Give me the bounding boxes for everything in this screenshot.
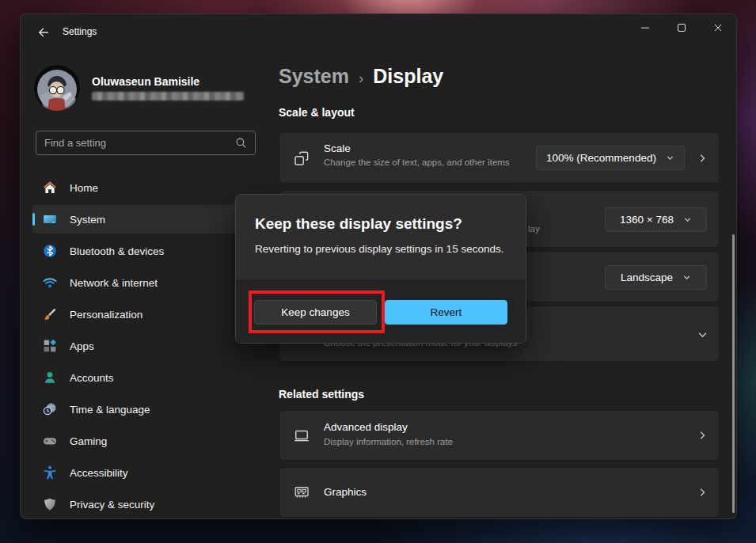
back-button[interactable]: [32, 21, 55, 44]
scale-dropdown-value: 100% (Recommended): [546, 152, 656, 164]
home-icon: [43, 180, 57, 195]
dialog-body: Reverting to previous display settings i…: [255, 243, 507, 255]
advanced-display-card[interactable]: Advanced display Display information, re…: [279, 410, 720, 461]
maximize-button[interactable]: [663, 14, 700, 41]
sidebar-item-accounts[interactable]: Accounts: [32, 363, 267, 392]
personalization-icon: [43, 307, 57, 321]
monitor-icon: [294, 427, 310, 443]
revert-button[interactable]: Revert: [385, 300, 507, 325]
resolution-description-fragment: lay: [528, 224, 540, 234]
scale-dropdown[interactable]: 100% (Recommended): [536, 146, 685, 170]
vertical-scrollbar[interactable]: [732, 234, 735, 513]
close-button[interactable]: [700, 14, 736, 41]
orientation-dropdown-value: Landscape: [621, 272, 673, 283]
settings-window: Settings Oluwaseun Bamisile: [20, 13, 737, 519]
window-title: Settings: [63, 26, 97, 37]
system-icon: [43, 212, 57, 226]
sidebar-item-gaming[interactable]: Gaming: [32, 427, 267, 455]
annotation-highlight-box: [249, 290, 385, 333]
titlebar: Settings: [21, 14, 736, 51]
chevron-down-icon: [666, 154, 674, 162]
search-box[interactable]: [36, 131, 256, 155]
breadcrumb-parent[interactable]: System: [279, 65, 349, 88]
time-language-icon: [43, 402, 57, 416]
sidebar-item-home[interactable]: Home: [32, 173, 267, 202]
sidebar-item-label: Network & internet: [70, 277, 158, 289]
advanced-display-description: Display information, refresh rate: [324, 436, 453, 447]
resolution-dropdown-value: 1360 × 768: [620, 214, 674, 226]
sidebar-item-apps[interactable]: Apps: [32, 332, 267, 360]
minimize-button[interactable]: [627, 14, 663, 41]
sidebar-item-label: Accounts: [70, 372, 114, 384]
privacy-security-icon: [43, 497, 57, 511]
network-icon: [43, 275, 57, 290]
breadcrumb-separator-icon: ›: [359, 70, 363, 87]
sidebar-item-personalization[interactable]: Personalization: [32, 300, 267, 328]
keep-display-settings-dialog: Keep these display settings? Reverting t…: [235, 194, 526, 344]
chevron-down-icon: [683, 215, 692, 224]
scale-description: Change the size of text, apps, and other…: [324, 157, 510, 168]
section-related-settings: Related settings: [279, 388, 364, 401]
sidebar-item-label: Home: [70, 182, 98, 194]
sidebar-item-time-language[interactable]: Time & language: [32, 395, 267, 423]
redacted-email: [92, 92, 244, 101]
sidebar-item-label: Privacy & security: [70, 499, 154, 511]
sidebar-item-privacy-security[interactable]: Privacy & security: [32, 490, 267, 518]
sidebar-item-label: Apps: [70, 340, 94, 352]
scale-title: Scale: [324, 142, 351, 154]
profile-name: Oluwaseun Bamisile: [92, 75, 199, 88]
graphics-card-icon: [294, 484, 310, 500]
chevron-down-icon: [682, 273, 691, 282]
scale-icon: [294, 150, 310, 166]
resolution-dropdown[interactable]: 1360 × 768: [605, 207, 707, 232]
apps-icon: [43, 339, 57, 353]
sidebar-item-system[interactable]: System: [32, 205, 267, 234]
sidebar-item-label: System: [70, 214, 105, 226]
dialog-content: Keep these display settings? Reverting t…: [236, 195, 526, 280]
advanced-display-title: Advanced display: [324, 421, 408, 433]
dialog-title: Keep these display settings?: [255, 215, 507, 233]
graphics-card[interactable]: Graphics: [279, 467, 720, 518]
sidebar-item-bluetooth-devices[interactable]: Bluetooth & devices: [32, 237, 267, 265]
search-icon: [235, 137, 247, 149]
sidebar-item-label: Time & language: [70, 404, 150, 416]
graphics-title: Graphics: [324, 486, 367, 498]
sidebar-item-accessibility[interactable]: Accessibility: [32, 458, 267, 487]
gaming-icon: [43, 434, 57, 448]
sidebar-item-network-internet[interactable]: Network & internet: [32, 268, 267, 297]
scale-card[interactable]: Scale Change the size of text, apps, and…: [279, 132, 720, 184]
bluetooth-icon: [43, 244, 57, 258]
chevron-right-icon: [697, 430, 708, 441]
sidebar-item-label: Bluetooth & devices: [70, 245, 164, 257]
chevron-right-icon: [697, 153, 708, 164]
back-arrow-icon: [37, 26, 50, 39]
close-icon: [712, 21, 724, 34]
sidebar-item-label: Gaming: [70, 435, 107, 447]
maximize-icon: [675, 21, 688, 34]
chevron-right-icon: [697, 487, 708, 498]
chevron-down-icon[interactable]: [697, 328, 708, 340]
accessibility-icon: [43, 465, 57, 480]
accounts-icon: [43, 370, 57, 385]
orientation-dropdown[interactable]: Landscape: [605, 265, 707, 290]
sidebar-item-label: Accessibility: [70, 467, 128, 479]
search-input[interactable]: [44, 137, 235, 149]
section-scale-layout: Scale & layout: [279, 106, 355, 119]
sidebar-item-label: Personalization: [70, 309, 142, 321]
breadcrumb: System › Display: [279, 65, 443, 88]
minimize-icon: [639, 21, 652, 34]
sidebar-nav: Home System Bluetooth & devices Network …: [32, 173, 267, 519]
avatar[interactable]: [34, 65, 80, 111]
page-title: Display: [373, 65, 443, 88]
